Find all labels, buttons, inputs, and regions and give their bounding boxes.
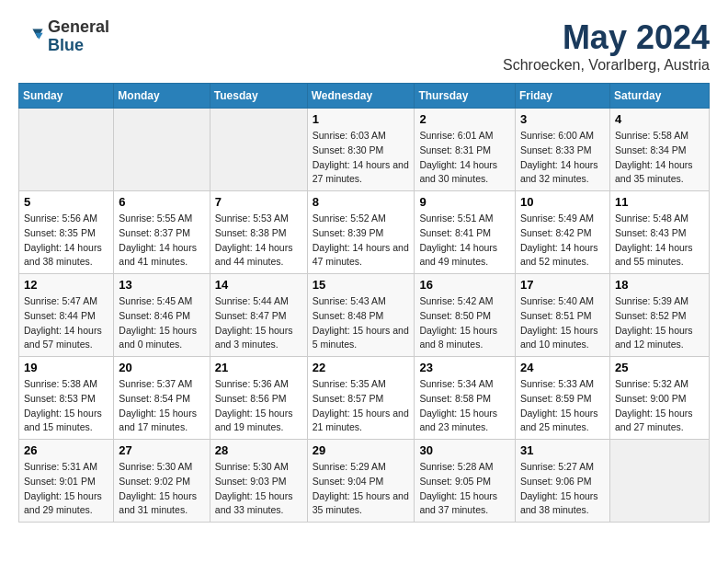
calendar-cell: 5Sunrise: 5:56 AMSunset: 8:35 PMDaylight…: [19, 191, 114, 274]
day-info: Sunrise: 6:01 AMSunset: 8:31 PMDaylight:…: [419, 129, 510, 187]
calendar-cell: 27Sunrise: 5:30 AMSunset: 9:02 PMDayligh…: [114, 440, 210, 523]
day-info: Sunrise: 5:30 AMSunset: 9:02 PMDaylight:…: [119, 460, 204, 518]
day-number: 20: [119, 361, 204, 374]
day-info: Sunrise: 6:00 AMSunset: 8:33 PMDaylight:…: [520, 129, 605, 187]
day-number: 4: [615, 112, 704, 126]
calendar-cell: 16Sunrise: 5:42 AMSunset: 8:50 PMDayligh…: [415, 274, 516, 357]
day-info: Sunrise: 5:38 AMSunset: 8:53 PMDaylight:…: [24, 377, 108, 435]
day-number: 19: [24, 361, 108, 374]
calendar-cell: 8Sunrise: 5:52 AMSunset: 8:39 PMDaylight…: [307, 191, 415, 274]
day-number: 9: [419, 195, 510, 209]
page-header: General Blue May 2024 Schroecken, Vorarl…: [18, 18, 710, 74]
calendar-cell: 2Sunrise: 6:01 AMSunset: 8:31 PMDaylight…: [415, 109, 516, 191]
calendar-cell: 24Sunrise: 5:33 AMSunset: 8:59 PMDayligh…: [515, 357, 609, 440]
calendar-cell: 17Sunrise: 5:40 AMSunset: 8:51 PMDayligh…: [515, 274, 609, 357]
day-info: Sunrise: 5:56 AMSunset: 8:35 PMDaylight:…: [24, 212, 108, 270]
calendar-cell: 29Sunrise: 5:29 AMSunset: 9:04 PMDayligh…: [307, 440, 415, 523]
logo-text: General Blue: [48, 18, 109, 55]
calendar-cell: [210, 109, 307, 191]
header-thursday: Thursday: [415, 84, 516, 109]
day-info: Sunrise: 5:45 AMSunset: 8:46 PMDaylight:…: [119, 294, 204, 352]
day-number: 30: [419, 443, 510, 457]
day-number: 26: [24, 443, 108, 457]
day-info: Sunrise: 5:32 AMSunset: 9:00 PMDaylight:…: [615, 377, 704, 435]
day-info: Sunrise: 5:28 AMSunset: 9:05 PMDaylight:…: [419, 460, 510, 518]
calendar-cell: 18Sunrise: 5:39 AMSunset: 8:52 PMDayligh…: [609, 274, 709, 357]
header-tuesday: Tuesday: [210, 84, 307, 109]
header-monday: Monday: [114, 84, 210, 109]
day-number: 17: [520, 278, 605, 292]
day-number: 15: [313, 278, 410, 292]
logo-icon: [18, 24, 44, 50]
calendar-cell: 20Sunrise: 5:37 AMSunset: 8:54 PMDayligh…: [114, 357, 210, 440]
calendar-cell: 13Sunrise: 5:45 AMSunset: 8:46 PMDayligh…: [114, 274, 210, 357]
day-info: Sunrise: 5:48 AMSunset: 8:43 PMDaylight:…: [615, 212, 704, 270]
day-info: Sunrise: 5:43 AMSunset: 8:48 PMDaylight:…: [313, 294, 410, 352]
calendar-cell: 22Sunrise: 5:35 AMSunset: 8:57 PMDayligh…: [307, 357, 415, 440]
day-number: 11: [615, 195, 704, 209]
calendar-cell: 15Sunrise: 5:43 AMSunset: 8:48 PMDayligh…: [307, 274, 415, 357]
calendar-table: SundayMondayTuesdayWednesdayThursdayFrid…: [18, 83, 710, 523]
calendar-cell: 10Sunrise: 5:49 AMSunset: 8:42 PMDayligh…: [515, 191, 609, 274]
day-info: Sunrise: 5:42 AMSunset: 8:50 PMDaylight:…: [419, 294, 510, 352]
day-info: Sunrise: 5:33 AMSunset: 8:59 PMDaylight:…: [520, 377, 605, 435]
day-info: Sunrise: 5:34 AMSunset: 8:58 PMDaylight:…: [419, 377, 510, 435]
day-number: 1: [313, 112, 410, 126]
calendar-cell: 7Sunrise: 5:53 AMSunset: 8:38 PMDaylight…: [210, 191, 307, 274]
calendar-cell: 11Sunrise: 5:48 AMSunset: 8:43 PMDayligh…: [609, 191, 709, 274]
week-row-2: 12Sunrise: 5:47 AMSunset: 8:44 PMDayligh…: [19, 274, 710, 357]
day-info: Sunrise: 5:31 AMSunset: 9:01 PMDaylight:…: [24, 460, 108, 518]
main-title: May 2024: [503, 18, 710, 57]
calendar-cell: [609, 440, 709, 523]
day-info: Sunrise: 5:47 AMSunset: 8:44 PMDaylight:…: [24, 294, 108, 352]
calendar-cell: 4Sunrise: 5:58 AMSunset: 8:34 PMDaylight…: [609, 109, 709, 191]
calendar-cell: 23Sunrise: 5:34 AMSunset: 8:58 PMDayligh…: [415, 357, 516, 440]
calendar-cell: 12Sunrise: 5:47 AMSunset: 8:44 PMDayligh…: [19, 274, 114, 357]
day-number: 12: [24, 278, 108, 292]
calendar-cell: 31Sunrise: 5:27 AMSunset: 9:06 PMDayligh…: [515, 440, 609, 523]
day-info: Sunrise: 5:52 AMSunset: 8:39 PMDaylight:…: [313, 212, 410, 270]
day-number: 22: [313, 361, 410, 374]
day-number: 16: [419, 278, 510, 292]
calendar-cell: [19, 109, 114, 191]
calendar-cell: [114, 109, 210, 191]
logo-general: General: [48, 18, 109, 37]
logo: General Blue: [18, 18, 109, 55]
calendar-cell: 19Sunrise: 5:38 AMSunset: 8:53 PMDayligh…: [19, 357, 114, 440]
day-number: 14: [215, 278, 302, 292]
day-number: 28: [215, 443, 302, 457]
day-info: Sunrise: 5:49 AMSunset: 8:42 PMDaylight:…: [520, 212, 605, 270]
day-number: 5: [24, 195, 108, 209]
day-info: Sunrise: 5:39 AMSunset: 8:52 PMDaylight:…: [615, 294, 704, 352]
week-row-1: 5Sunrise: 5:56 AMSunset: 8:35 PMDaylight…: [19, 191, 710, 274]
header-row: SundayMondayTuesdayWednesdayThursdayFrid…: [19, 84, 710, 109]
day-number: 18: [615, 278, 704, 292]
day-number: 27: [119, 443, 204, 457]
day-number: 2: [419, 112, 510, 126]
day-number: 31: [520, 443, 605, 457]
calendar-cell: 30Sunrise: 5:28 AMSunset: 9:05 PMDayligh…: [415, 440, 516, 523]
week-row-0: 1Sunrise: 6:03 AMSunset: 8:30 PMDaylight…: [19, 109, 710, 191]
day-number: 6: [119, 195, 204, 209]
week-row-3: 19Sunrise: 5:38 AMSunset: 8:53 PMDayligh…: [19, 357, 710, 440]
day-number: 23: [419, 361, 510, 374]
header-wednesday: Wednesday: [307, 84, 415, 109]
calendar-cell: 6Sunrise: 5:55 AMSunset: 8:37 PMDaylight…: [114, 191, 210, 274]
day-info: Sunrise: 5:30 AMSunset: 9:03 PMDaylight:…: [215, 460, 302, 518]
day-number: 29: [313, 443, 410, 457]
day-number: 21: [215, 361, 302, 374]
calendar-cell: 3Sunrise: 6:00 AMSunset: 8:33 PMDaylight…: [515, 109, 609, 191]
header-sunday: Sunday: [19, 84, 114, 109]
calendar-cell: 25Sunrise: 5:32 AMSunset: 9:00 PMDayligh…: [609, 357, 709, 440]
day-info: Sunrise: 5:44 AMSunset: 8:47 PMDaylight:…: [215, 294, 302, 352]
day-number: 25: [615, 361, 704, 374]
day-number: 3: [520, 112, 605, 126]
day-info: Sunrise: 5:36 AMSunset: 8:56 PMDaylight:…: [215, 377, 302, 435]
day-info: Sunrise: 5:37 AMSunset: 8:54 PMDaylight:…: [119, 377, 204, 435]
subtitle: Schroecken, Vorarlberg, Austria: [503, 57, 710, 74]
day-info: Sunrise: 5:58 AMSunset: 8:34 PMDaylight:…: [615, 129, 704, 187]
day-info: Sunrise: 5:55 AMSunset: 8:37 PMDaylight:…: [119, 212, 204, 270]
day-number: 8: [313, 195, 410, 209]
day-info: Sunrise: 5:53 AMSunset: 8:38 PMDaylight:…: [215, 212, 302, 270]
week-row-4: 26Sunrise: 5:31 AMSunset: 9:01 PMDayligh…: [19, 440, 710, 523]
